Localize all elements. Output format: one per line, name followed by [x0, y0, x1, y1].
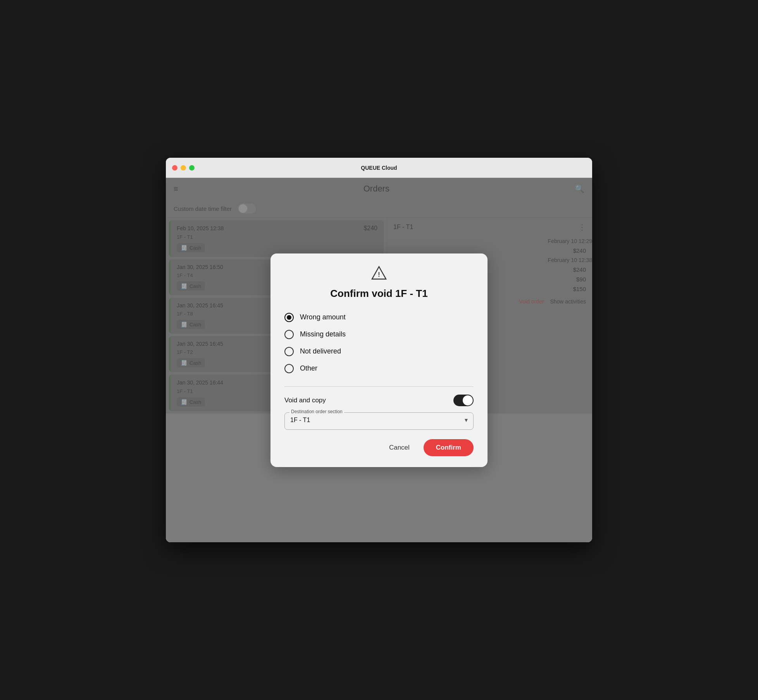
- maximize-button[interactable]: [189, 165, 195, 171]
- void-copy-row: Void and copy: [284, 395, 474, 406]
- svg-text:!: !: [378, 271, 380, 278]
- radio-button-wrong-amount[interactable]: [284, 313, 294, 322]
- destination-wrapper: 1F - T1 1F - T2 1F - T4 1F - T8 ▾: [290, 414, 468, 426]
- radio-label-wrong-amount: Wrong amount: [300, 313, 346, 321]
- modal-overlay: ! Confirm void 1F - T1 Wrong amount Miss…: [166, 178, 592, 542]
- modal-title: Confirm void 1F - T1: [284, 288, 474, 300]
- confirm-void-modal: ! Confirm void 1F - T1 Wrong amount Miss…: [270, 253, 488, 467]
- radio-label-not-delivered: Not delivered: [300, 347, 341, 355]
- radio-label-missing-details: Missing details: [300, 330, 346, 338]
- warning-icon: !: [284, 266, 474, 283]
- void-copy-toggle[interactable]: [453, 395, 474, 406]
- radio-button-not-delivered[interactable]: [284, 347, 294, 356]
- mac-window: QUEUE Cloud ≡ Orders 🔍 Custom date time …: [166, 158, 592, 542]
- radio-group: Wrong amount Missing details Not deliver…: [284, 309, 474, 377]
- minimize-button[interactable]: [181, 165, 186, 171]
- destination-select[interactable]: 1F - T1 1F - T2 1F - T4 1F - T8: [290, 414, 468, 426]
- destination-label: Destination order section: [289, 409, 344, 414]
- radio-button-other[interactable]: [284, 364, 294, 373]
- window-controls: [172, 165, 195, 171]
- radio-option-other[interactable]: Other: [284, 360, 474, 377]
- radio-label-other: Other: [300, 364, 317, 372]
- radio-option-missing-details[interactable]: Missing details: [284, 326, 474, 343]
- confirm-button[interactable]: Confirm: [424, 439, 474, 456]
- modal-actions: Cancel Confirm: [284, 439, 474, 456]
- app-content: ≡ Orders 🔍 Custom date time filter Feb 1…: [166, 178, 592, 542]
- close-button[interactable]: [172, 165, 177, 171]
- divider: [284, 386, 474, 387]
- titlebar: QUEUE Cloud: [166, 158, 592, 178]
- radio-option-wrong-amount[interactable]: Wrong amount: [284, 309, 474, 326]
- void-copy-label: Void and copy: [284, 397, 326, 404]
- radio-option-not-delivered[interactable]: Not delivered: [284, 343, 474, 360]
- radio-button-missing-details[interactable]: [284, 330, 294, 339]
- destination-section: Destination order section 1F - T1 1F - T…: [284, 412, 474, 430]
- cancel-button[interactable]: Cancel: [383, 441, 416, 455]
- window-title: QUEUE Cloud: [361, 165, 397, 171]
